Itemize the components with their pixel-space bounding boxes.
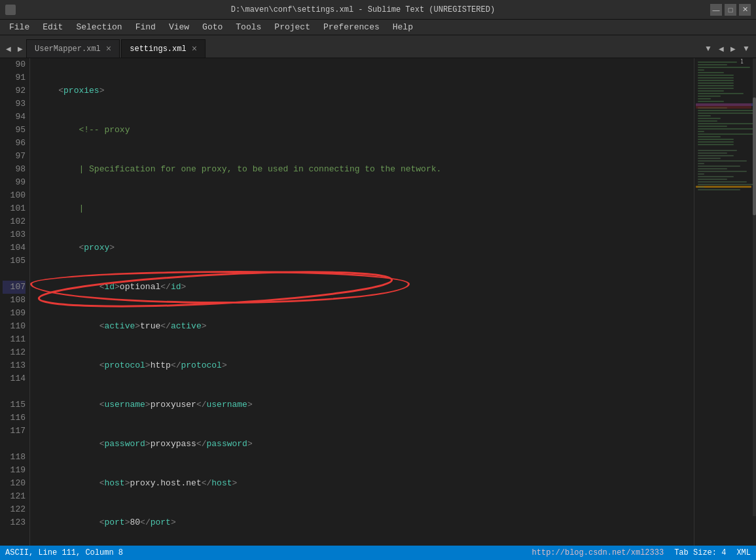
svg-rect-16 [698,101,724,102]
tab-usermapper-close[interactable]: × [106,44,111,54]
minimap: 1 [694,58,756,546]
svg-rect-23 [698,120,717,122]
svg-rect-9 [698,82,734,84]
tab-nav-left[interactable]: ◀ [3,39,14,58]
svg-rect-19 [698,110,753,111]
svg-rect-38 [698,152,727,154]
titlebar-title: D:\maven\conf\settings.xml - Sublime Tex… [21,5,705,14]
menu-view[interactable]: View [162,21,196,33]
statusbar-filetype: XML [736,548,751,557]
svg-rect-49 [698,181,747,183]
tab-settings[interactable]: settings.xml × [121,39,206,58]
statusbar-watermark: http://blog.csdn.net/xml2333 [532,548,664,557]
svg-rect-32 [698,144,734,145]
svg-rect-1 [698,61,737,63]
tab-usermapper[interactable]: UserMapper.xml × [26,39,120,58]
svg-rect-22 [698,118,721,119]
svg-rect-6 [698,75,734,76]
svg-rect-51 [698,186,704,188]
menu-preferences[interactable]: Preferences [317,21,386,33]
svg-rect-3 [698,67,750,68]
svg-rect-43 [698,166,740,167]
svg-rect-40 [698,158,721,159]
line-95: <id>optional</id> [38,281,694,294]
svg-rect-26 [698,128,753,130]
menu-edit[interactable]: Edit [36,21,69,33]
svg-rect-48 [698,179,727,180]
line-98: <username>proxyuser</username> [38,398,694,411]
line-numbers: 90 91 92 93 94 95 96 97 98 99 100 101 10… [0,58,30,546]
menu-selection[interactable]: Selection [69,21,128,33]
svg-rect-29 [698,136,721,137]
titlebar: D:\maven\conf\settings.xml - Sublime Tex… [0,0,756,20]
tab-nav-right[interactable]: ▶ [14,39,26,58]
svg-rect-37 [698,150,737,151]
svg-rect-42 [698,163,704,164]
statusbar-tabsize: Tab Size: 4 [674,548,726,557]
close-button[interactable]: ✕ [739,4,751,16]
svg-rect-21 [698,115,711,116]
statusbar-position: ASCII, Line 111, Column 8 [5,548,123,557]
svg-rect-14 [698,96,721,97]
line-99: <password>proxypass</password> [38,438,694,451]
svg-rect-15 [698,98,711,99]
line-100: <host>proxy.host.net</host> [38,477,694,490]
line-90: <proxies> [38,84,694,97]
svg-rect-36 [696,103,751,109]
menubar: File Edit Selection Find View Goto Tools… [0,20,756,35]
svg-text:1: 1 [740,59,744,65]
svg-rect-45 [698,171,747,172]
maximize-button[interactable]: □ [725,4,736,16]
tab-scroll-left[interactable]: ◀ [715,39,727,58]
menu-find[interactable]: Find [129,21,162,33]
svg-rect-52 [698,189,740,190]
line-97: <protocol>http</protocol> [38,359,694,372]
svg-rect-50 [698,184,753,185]
menu-tools[interactable]: Tools [229,21,268,33]
svg-rect-39 [698,155,734,156]
statusbar-right: http://blog.csdn.net/xml2333 Tab Size: 4… [532,548,751,557]
svg-rect-10 [698,85,734,86]
svg-rect-41 [698,160,747,162]
minimize-button[interactable]: — [710,4,722,16]
tab-scroll-right[interactable]: ▶ [727,39,739,58]
tab-usermapper-label: UserMapper.xml [35,44,101,54]
tab-dropdown-button[interactable]: ▼ [701,39,715,58]
line-93: | [38,202,694,215]
editor-wrapper: 90 91 92 93 94 95 96 97 98 99 100 101 10… [0,58,756,546]
svg-rect-20 [698,113,753,114]
line-94: <proxy> [38,241,694,254]
svg-rect-46 [698,173,704,175]
svg-rect-31 [698,141,734,143]
line-91: <!-- proxy [38,124,694,137]
tab-settings-label: settings.xml [130,44,186,54]
svg-rect-34 [753,97,756,215]
tab-settings-close[interactable]: × [192,44,197,54]
app-icon [5,5,16,15]
svg-rect-30 [698,139,734,140]
menu-project[interactable]: Project [268,21,317,33]
svg-rect-2 [698,64,727,65]
svg-rect-24 [698,123,753,124]
line-92: | Specification for one proxy, to be use… [38,163,694,176]
line-101: <port>80</port> [38,516,694,529]
svg-rect-47 [698,176,734,177]
statusbar: ASCII, Line 111, Column 8 http://blog.cs… [0,546,756,560]
menu-goto[interactable]: Goto [196,21,229,33]
svg-rect-11 [698,88,734,89]
svg-rect-28 [698,133,753,135]
menu-help[interactable]: Help [386,21,420,33]
minimap-svg: 1 [694,58,756,516]
line-96: <active>true</active> [38,320,694,333]
svg-rect-4 [698,69,704,71]
svg-rect-13 [698,93,744,94]
tabbar: ◀ ▶ UserMapper.xml × settings.xml × ▼ ◀ … [0,35,756,58]
svg-rect-25 [698,126,727,127]
svg-rect-27 [698,131,704,132]
svg-rect-44 [698,168,727,169]
tab-list-button[interactable]: ▼ [739,39,753,58]
menu-file[interactable]: File [3,21,36,33]
code-area[interactable]: <proxies> <!-- proxy | Specification for… [30,58,694,546]
window-controls: — □ ✕ [710,4,751,16]
svg-rect-7 [698,77,734,79]
